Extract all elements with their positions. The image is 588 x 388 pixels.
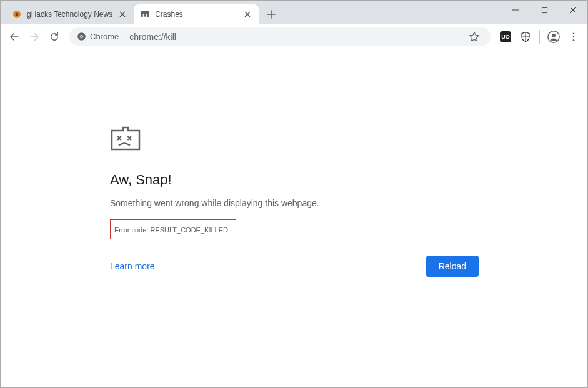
forward-button[interactable] [26,28,43,46]
star-icon [469,31,480,42]
svg-point-9 [573,32,575,34]
tab-crashes[interactable]: Crashes [134,4,259,24]
profile-button[interactable] [545,28,562,46]
close-window-button[interactable] [559,1,587,19]
close-icon [244,11,251,17]
learn-more-link[interactable]: Learn more [110,261,155,271]
omnibox[interactable]: Chrome chrome://kill [69,27,491,46]
separator [124,32,124,42]
shield-icon [520,31,531,42]
close-icon [119,11,126,17]
svg-point-8 [552,33,556,37]
toolbar-actions: UO [497,28,582,46]
separator [539,30,540,44]
back-button[interactable] [6,28,23,46]
avatar-icon [547,30,561,44]
svg-point-6 [81,36,83,38]
sad-folder-icon [110,124,141,154]
minimize-icon [512,6,519,14]
close-tab-button[interactable] [117,9,127,19]
reload-page-button[interactable]: Reload [426,256,479,277]
error-actions: Learn more Reload [110,256,479,277]
plus-icon [267,10,276,19]
maximize-button[interactable] [530,1,559,19]
error-panel: Aw, Snap! Something went wrong while dis… [110,124,479,277]
window-controls [501,1,587,24]
minimize-button[interactable] [501,1,530,19]
close-icon [569,6,577,14]
reload-icon [49,31,60,42]
svg-point-11 [573,39,575,41]
svg-point-10 [573,36,575,37]
favicon-crashes-icon [140,9,150,19]
extension-button[interactable] [517,28,534,46]
chrome-icon [77,32,86,41]
kebab-icon [568,31,579,42]
scheme-chip: Chrome [77,32,119,41]
tab-title: Crashes [155,10,237,19]
bookmark-button[interactable] [466,28,483,46]
toolbar: Chrome chrome://kill UO [1,24,587,49]
reload-button[interactable] [46,28,63,46]
new-tab-button[interactable] [262,6,280,23]
url-text: chrome://kill [129,32,176,42]
tab-title: gHacks Technology News [27,10,112,19]
svg-rect-2 [141,11,149,17]
svg-rect-3 [542,7,547,12]
forward-arrow-icon [29,31,40,42]
titlebar: gHacks Technology News Crashes [1,1,587,24]
scheme-label: Chrome [90,32,119,41]
favicon-ghacks-icon [12,9,22,19]
ublock-icon: UO [500,31,511,42]
svg-point-1 [16,13,19,16]
tabstrip: gHacks Technology News Crashes [6,1,501,24]
menu-button[interactable] [565,28,582,46]
error-code-highlight: Error code: RESULT_CODE_KILLED [110,219,236,239]
error-heading: Aw, Snap! [110,172,172,188]
error-code: Error code: RESULT_CODE_KILLED [114,226,228,234]
maximize-icon [541,7,548,14]
error-message: Something went wrong while displaying th… [110,198,319,208]
tab-ghacks[interactable]: gHacks Technology News [6,4,134,24]
back-arrow-icon [9,31,20,42]
close-tab-button[interactable] [242,9,252,19]
ublock-extension-button[interactable]: UO [497,28,514,46]
content-area: Aw, Snap! Something went wrong while dis… [1,49,587,387]
